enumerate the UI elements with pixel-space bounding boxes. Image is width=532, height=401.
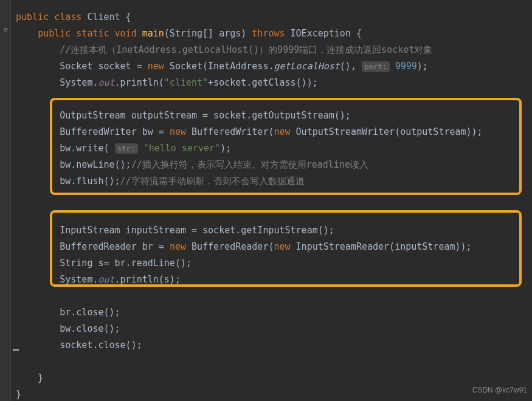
code-line: BufferedReader br = new BufferedReader(n… — [16, 239, 532, 255]
code-line: socket.close(); — [16, 337, 532, 354]
code-line: bw.flush();//字符流需手动刷新，否则不会写入数据通道 — [16, 173, 532, 190]
code-line: //连接本机（InetAddress.getLocalHost()）的9999端… — [16, 42, 532, 58]
code-editor[interactable]: public class Client { public static void… — [11, 0, 532, 401]
code-line — [16, 91, 532, 108]
param-hint: port: — [362, 61, 390, 72]
code-line: OutputStream outputStream = socket.getOu… — [16, 108, 532, 124]
fold-icon[interactable]: ⊟ — [2, 26, 9, 33]
code-line: public class Client { — [16, 9, 532, 26]
code-line: } — [16, 386, 532, 401]
code-line — [16, 354, 532, 370]
code-line — [16, 206, 532, 222]
code-line: public static void main(String[] args) t… — [16, 26, 532, 42]
param-hint: str: — [115, 143, 138, 154]
code-line: System.out.println("client"+socket.getCl… — [16, 75, 532, 91]
code-line: bw.write( str: "hello server"); — [16, 140, 532, 157]
code-line: System.out.println(s); — [16, 272, 532, 288]
watermark: CSDN @kc7w91 — [472, 382, 527, 399]
editor-gutter: ⊟ — [0, 0, 11, 401]
code-line: br.close(); — [16, 304, 532, 321]
code-line: BufferedWriter bw = new BufferedWriter(n… — [16, 124, 532, 140]
code-line — [16, 288, 532, 304]
code-line: bw.newLine();//插入换行符，表示写入结束。对方需使用readlin… — [16, 157, 532, 173]
code-line: } — [16, 370, 532, 386]
code-line — [16, 190, 532, 206]
code-line: InputStream inputStream = socket.getInpu… — [16, 222, 532, 239]
code-line: String s= br.readLine(); — [16, 255, 532, 272]
code-line: Socket socket = new Socket(InetAddress.g… — [16, 58, 532, 75]
cursor-indicator — [13, 349, 19, 351]
code-line: bw.close(); — [16, 321, 532, 337]
